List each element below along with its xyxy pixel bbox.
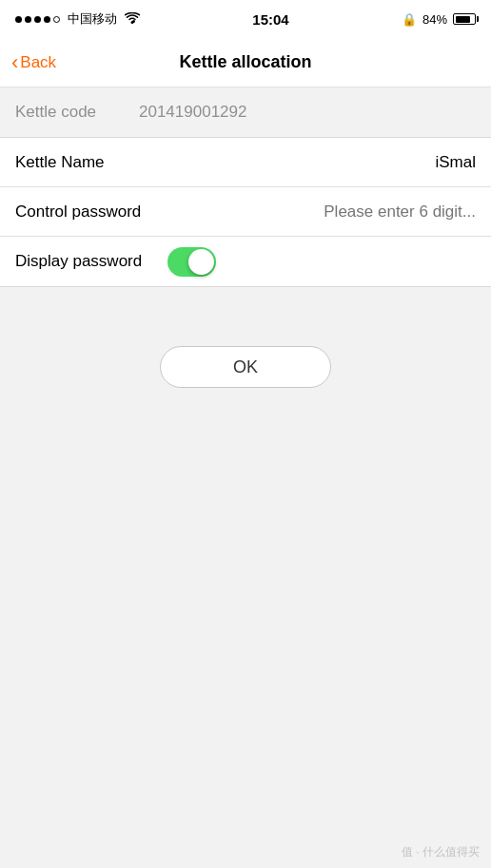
status-left: 中国移动: [15, 10, 140, 28]
carrier-label: 中国移动: [68, 10, 117, 28]
page-title: Kettle allocation: [179, 52, 311, 72]
ok-section: OK: [0, 327, 491, 407]
status-time: 15:04: [252, 11, 288, 28]
display-password-label: Display password: [15, 252, 167, 271]
kettle-name-label: Kettle Name: [15, 153, 167, 172]
nav-bar: ‹ Back Kettle allocation: [0, 38, 491, 87]
status-bar: 中国移动 15:04 🔒 84%: [0, 0, 491, 38]
back-label: Back: [20, 53, 56, 72]
dot-4: [44, 16, 50, 23]
wifi-icon: [125, 10, 140, 28]
dot-3: [34, 16, 41, 23]
kettle-code-value: 201419001292: [139, 103, 476, 122]
signal-dots: [15, 16, 60, 23]
back-button[interactable]: ‹ Back: [11, 52, 56, 73]
battery-body: [453, 13, 476, 25]
back-chevron-icon: ‹: [11, 52, 18, 73]
status-right: 🔒 84%: [402, 12, 476, 27]
dot-2: [25, 16, 31, 23]
battery-fill: [456, 16, 471, 23]
kettle-name-row: Kettle Name iSmal: [0, 138, 491, 187]
display-password-toggle[interactable]: [167, 247, 216, 277]
toggle-thumb: [188, 249, 214, 275]
control-password-label: Control password: [15, 203, 167, 222]
ok-button[interactable]: OK: [160, 346, 331, 388]
dot-1: [15, 16, 22, 23]
svg-point-0: [131, 21, 134, 24]
lock-icon: 🔒: [402, 12, 417, 27]
kettle-code-label: Kettle code: [15, 103, 139, 122]
display-password-row: Display password: [0, 237, 491, 286]
kettle-code-row: Kettle code 201419001292: [0, 87, 491, 137]
control-password-input[interactable]: [167, 203, 476, 222]
bottom-section: 值 · 什么值得买: [390, 837, 491, 868]
watermark-text: 值 · 什么值得买: [402, 844, 480, 860]
form-section: Kettle Name iSmal Control password Displ…: [0, 137, 491, 287]
separator: [0, 287, 491, 297]
dot-5: [53, 16, 60, 23]
battery-percent: 84%: [422, 12, 447, 27]
kettle-name-value: iSmal: [167, 153, 476, 172]
control-password-row[interactable]: Control password: [0, 187, 491, 237]
battery-icon: [453, 13, 476, 25]
